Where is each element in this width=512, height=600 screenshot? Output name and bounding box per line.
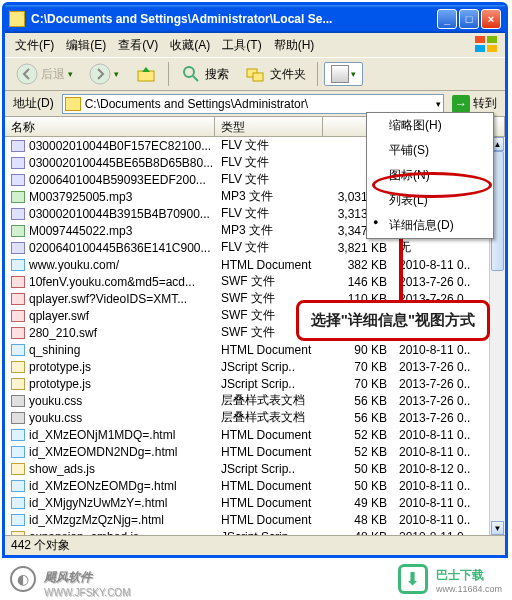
file-name: 10fenV.youku.com&md5=acd... bbox=[29, 275, 195, 289]
file-name: 280_210.swf bbox=[29, 326, 97, 340]
table-row[interactable]: q_shiningHTML Document90 KB2010-8-11 0.. bbox=[5, 341, 505, 358]
up-folder-icon bbox=[135, 63, 157, 85]
minimize-button[interactable]: _ bbox=[437, 9, 457, 29]
back-button[interactable]: 后退 ▾ bbox=[11, 60, 78, 88]
file-icon bbox=[11, 429, 25, 441]
file-icon bbox=[11, 480, 25, 492]
table-row[interactable]: www.youku.com/HTML Document382 KB2010-8-… bbox=[5, 256, 505, 273]
file-icon bbox=[11, 140, 25, 152]
back-icon bbox=[16, 63, 38, 85]
file-size: 146 KB bbox=[323, 275, 393, 289]
table-row[interactable]: id_XMzEOMDN2NDg=.htmlHTML Document52 KB2… bbox=[5, 443, 505, 460]
views-icon bbox=[331, 65, 349, 83]
file-icon bbox=[11, 293, 25, 305]
file-name: M0037925005.mp3 bbox=[29, 190, 132, 204]
file-name: 02006401004B59093EEDF200... bbox=[29, 173, 206, 187]
svg-point-7 bbox=[184, 67, 194, 77]
watermark-logo-1: ◐ bbox=[10, 566, 36, 592]
file-size: 382 KB bbox=[323, 258, 393, 272]
address-input[interactable]: C:\Documents and Settings\Administrator\… bbox=[62, 94, 444, 114]
file-icon bbox=[11, 361, 25, 373]
table-row[interactable]: id_XMzEONjM1MDQ=.htmlHTML Document52 KB2… bbox=[5, 426, 505, 443]
file-name: 0300020100445BE65B8D65B80... bbox=[29, 156, 213, 170]
file-type: MP3 文件 bbox=[215, 222, 323, 239]
table-row[interactable]: id_XMzEONzEOMDg=.htmlHTML Document50 KB2… bbox=[5, 477, 505, 494]
menu-edit[interactable]: 编辑(E) bbox=[60, 35, 112, 56]
statusbar: 442 个对象 bbox=[5, 535, 505, 555]
file-name: prototype.js bbox=[29, 377, 91, 391]
scroll-down-button[interactable]: ▼ bbox=[491, 521, 504, 535]
table-row[interactable]: prototype.jsJScript Scrip..70 KB2013-7-2… bbox=[5, 375, 505, 392]
table-row[interactable]: youku.css层叠样式表文档56 KB2013-7-26 0.. bbox=[5, 392, 505, 409]
titlebar[interactable]: C:\Documents and Settings\Administrator\… bbox=[5, 5, 505, 33]
file-type: SWF 文件 bbox=[215, 273, 323, 290]
forward-button[interactable]: ▾ bbox=[84, 60, 124, 88]
file-icon bbox=[11, 174, 25, 186]
col-name[interactable]: 名称 bbox=[5, 117, 215, 136]
file-size: 48 KB bbox=[323, 530, 393, 536]
windows-flag-icon bbox=[475, 36, 499, 54]
file-icon bbox=[11, 208, 25, 220]
file-name: id_XMjgyNzUwMzY=.html bbox=[29, 496, 167, 510]
file-size: 90 KB bbox=[323, 343, 393, 357]
window-title: C:\Documents and Settings\Administrator\… bbox=[31, 12, 437, 26]
views-button[interactable]: ▾ bbox=[324, 62, 363, 86]
folders-icon bbox=[245, 63, 267, 85]
folder-icon bbox=[9, 11, 25, 27]
file-name: qplayer.swf?VideoIDS=XMT... bbox=[29, 292, 187, 306]
file-name: youku.css bbox=[29, 394, 82, 408]
table-row[interactable]: 0200640100445B636E141C900...FLV 文件3,821 … bbox=[5, 239, 505, 256]
file-size: 52 KB bbox=[323, 428, 393, 442]
table-row[interactable]: 10fenV.youku.com&md5=acd...SWF 文件146 KB2… bbox=[5, 273, 505, 290]
svg-rect-10 bbox=[253, 73, 263, 81]
view-thumb[interactable]: 缩略图(H) bbox=[367, 113, 493, 138]
file-size: 48 KB bbox=[323, 513, 393, 527]
file-type: HTML Document bbox=[215, 428, 323, 442]
svg-rect-2 bbox=[475, 45, 485, 52]
menu-help[interactable]: 帮助(H) bbox=[268, 35, 321, 56]
view-list[interactable]: 列表(L) bbox=[367, 188, 493, 213]
close-button[interactable]: × bbox=[481, 9, 501, 29]
table-row[interactable]: show_ads.jsJScript Scrip..50 KB2010-8-12… bbox=[5, 460, 505, 477]
file-name: M0097445022.mp3 bbox=[29, 224, 132, 238]
file-type: JScript Scrip.. bbox=[215, 462, 323, 476]
menu-tools[interactable]: 工具(T) bbox=[216, 35, 267, 56]
menu-view[interactable]: 查看(V) bbox=[112, 35, 164, 56]
file-icon bbox=[11, 463, 25, 475]
table-row[interactable]: id_XMjgyNzUwMzY=.htmlHTML Document49 KB2… bbox=[5, 494, 505, 511]
file-size: 49 KB bbox=[323, 496, 393, 510]
toolbar: 后退 ▾ ▾ 搜索 文件夹 ▾ bbox=[5, 57, 505, 91]
view-tile[interactable]: 平铺(S) bbox=[367, 138, 493, 163]
go-button[interactable]: → 转到 bbox=[448, 94, 501, 114]
svg-point-5 bbox=[90, 64, 110, 84]
search-button[interactable]: 搜索 bbox=[175, 60, 234, 88]
table-row[interactable]: id_XMzgzMzQzNjg=.htmlHTML Document48 KB2… bbox=[5, 511, 505, 528]
file-icon bbox=[11, 225, 25, 237]
menu-file[interactable]: 文件(F) bbox=[9, 35, 60, 56]
file-name: 0200640100445B636E141C900... bbox=[29, 241, 211, 255]
col-type[interactable]: 类型 bbox=[215, 117, 323, 136]
table-row[interactable]: prototype.jsJScript Scrip..70 KB2013-7-2… bbox=[5, 358, 505, 375]
maximize-button[interactable]: □ bbox=[459, 9, 479, 29]
file-name: www.youku.com/ bbox=[29, 258, 119, 272]
table-row[interactable]: expansion_embed.jsJScript Scrip..48 KB20… bbox=[5, 528, 505, 535]
file-name: show_ads.js bbox=[29, 462, 95, 476]
view-detail[interactable]: 详细信息(D) bbox=[367, 213, 493, 238]
folders-button[interactable]: 文件夹 bbox=[240, 60, 311, 88]
file-type: FLV 文件 bbox=[215, 137, 323, 154]
file-icon bbox=[11, 242, 25, 254]
view-icon[interactable]: 图标(N) bbox=[367, 163, 493, 188]
file-icon bbox=[11, 497, 25, 509]
chevron-down-icon[interactable]: ▾ bbox=[436, 99, 441, 109]
up-button[interactable] bbox=[130, 60, 162, 88]
table-row[interactable]: youku.css层叠样式表文档56 KB2013-7-26 0.. bbox=[5, 409, 505, 426]
file-type: FLV 文件 bbox=[215, 154, 323, 171]
file-icon bbox=[11, 310, 25, 322]
file-name: id_XMzEONjM1MDQ=.html bbox=[29, 428, 175, 442]
chevron-down-icon: ▾ bbox=[114, 69, 119, 79]
watermark-text-1: 飓风软件 WWW.JFSKY.COM bbox=[44, 561, 390, 598]
annotation-callout: 选择"详细信息"视图方式 bbox=[296, 300, 490, 341]
svg-rect-1 bbox=[487, 36, 497, 43]
file-icon bbox=[11, 395, 25, 407]
menu-favorites[interactable]: 收藏(A) bbox=[164, 35, 216, 56]
